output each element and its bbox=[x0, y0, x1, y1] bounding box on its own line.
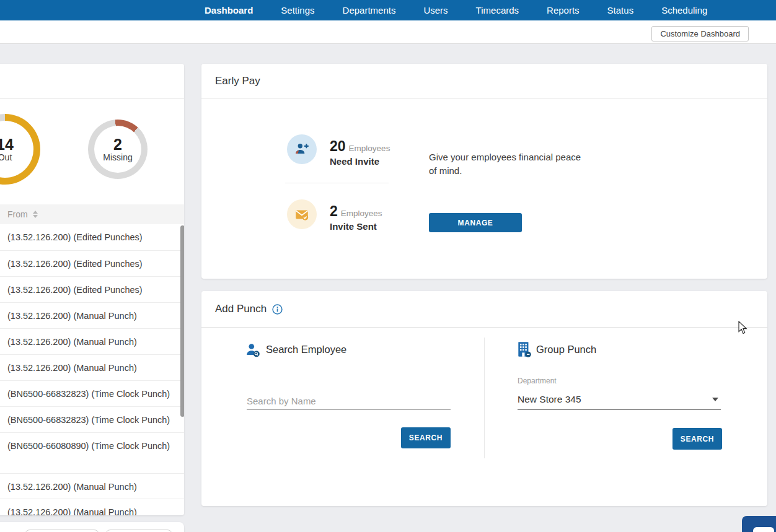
nav-item-dashboard[interactable]: Dashboard bbox=[205, 5, 253, 15]
nav-item-scheduling[interactable]: Scheduling bbox=[661, 5, 707, 15]
customize-dashboard-button[interactable]: Customize Dashboard bbox=[651, 26, 749, 41]
nav-item-timecards[interactable]: Timecards bbox=[476, 5, 519, 15]
search-by-name-input[interactable] bbox=[247, 393, 451, 410]
punch-row[interactable]: (BN6500-66080890) (Time Clock Punch) bbox=[0, 433, 184, 474]
mail-check-icon bbox=[294, 206, 310, 222]
search-employee-heading: Search Employee bbox=[266, 344, 346, 355]
department-selected-value: New Store 345 bbox=[518, 394, 581, 405]
early-pay-title: Early Pay bbox=[215, 75, 260, 87]
department-select[interactable]: New Store 345 bbox=[518, 389, 721, 410]
donut-out-value: 14 bbox=[0, 136, 14, 152]
punch-row[interactable]: (13.52.126.200) (Manual Punch) bbox=[0, 355, 184, 381]
punch-row[interactable]: (BN6500-66832823) (Time Clock Punch) bbox=[0, 407, 184, 433]
punch-row[interactable]: (13.52.126.200) (Manual Punch) bbox=[0, 474, 184, 499]
section-divider bbox=[484, 338, 485, 458]
invite-sent-label: Invite Sent bbox=[330, 221, 377, 232]
punch-list: (13.52.126.200) (Edited Punches)(13.52.1… bbox=[0, 224, 184, 515]
invite-sent-icon-circle bbox=[287, 199, 317, 229]
nav-item-reports[interactable]: Reports bbox=[547, 5, 580, 15]
nav-item-status[interactable]: Status bbox=[607, 5, 634, 15]
invite-sent-stat: 2Employees bbox=[330, 203, 382, 220]
bottom-card-button-1[interactable] bbox=[25, 530, 99, 532]
page-toolbar: Customize Dashboard bbox=[0, 20, 776, 44]
donut-missing-label: Missing bbox=[103, 152, 132, 162]
employee-search-button[interactable]: SEARCH bbox=[401, 427, 451, 448]
department-label: Department bbox=[518, 377, 557, 385]
add-punch-card: Add Punch Search Employee SEARCH Group P… bbox=[201, 291, 767, 506]
nav-item-departments[interactable]: Departments bbox=[343, 5, 396, 15]
list-scrollbar-thumb[interactable] bbox=[180, 225, 184, 417]
donut-missing-value: 2 bbox=[103, 136, 132, 152]
punch-row[interactable]: (13.52.126.200) (Manual Punch) bbox=[0, 499, 184, 515]
invite-sent-count: 2 bbox=[330, 203, 338, 219]
need-invite-stat: 20Employees bbox=[330, 138, 390, 155]
person-add-icon bbox=[294, 141, 310, 157]
punch-row[interactable]: (13.52.126.200) (Edited Punches) bbox=[0, 251, 184, 277]
stat-divider bbox=[285, 183, 389, 183]
punch-row[interactable]: (13.52.126.200) (Edited Punches) bbox=[0, 224, 184, 251]
donut-chart-out: 14 Out bbox=[0, 114, 40, 185]
attendance-card: 14 Out 2 Missing From (13.52.126.200) (E… bbox=[0, 64, 184, 515]
early-pay-card: Early Pay 20Employees Need Invite 2Emplo… bbox=[201, 64, 767, 279]
add-punch-header: Add Punch bbox=[201, 291, 767, 328]
chat-widget-button[interactable] bbox=[742, 516, 776, 532]
add-punch-title: Add Punch bbox=[215, 303, 267, 315]
group-search-button[interactable]: SEARCH bbox=[672, 428, 722, 450]
need-invite-icon-circle bbox=[287, 134, 317, 164]
donut-out-label: Out bbox=[0, 152, 14, 162]
nav-item-users[interactable]: Users bbox=[423, 5, 448, 15]
chat-widget-pill bbox=[753, 527, 774, 532]
punch-row[interactable]: (13.52.126.200) (Manual Punch) bbox=[0, 329, 184, 355]
top-navigation: DashboardSettingsDepartmentsUsersTimecar… bbox=[0, 0, 776, 20]
early-pay-promo-text: Give your employees financial peace of m… bbox=[429, 150, 589, 177]
search-employee-icon bbox=[245, 342, 262, 359]
punch-table-header: From bbox=[0, 204, 184, 224]
info-icon[interactable] bbox=[272, 304, 283, 315]
group-punch-heading: Group Punch bbox=[536, 344, 596, 355]
from-column-header: From bbox=[7, 209, 28, 219]
manage-button[interactable]: MANAGE bbox=[429, 213, 522, 232]
bottom-card-button-2[interactable] bbox=[105, 530, 172, 532]
sort-icon[interactable] bbox=[33, 211, 38, 218]
early-pay-header: Early Pay bbox=[201, 64, 767, 98]
invite-sent-unit: Employees bbox=[341, 209, 382, 218]
punch-row[interactable]: (13.52.126.200) (Edited Punches) bbox=[0, 277, 184, 303]
chevron-down-icon bbox=[712, 398, 718, 401]
donut-chart-missing: 2 Missing bbox=[88, 120, 148, 179]
need-invite-count: 20 bbox=[330, 138, 346, 154]
nav-item-settings[interactable]: Settings bbox=[281, 5, 314, 15]
need-invite-label: Need Invite bbox=[330, 156, 379, 167]
need-invite-unit: Employees bbox=[349, 144, 390, 153]
attendance-card-header bbox=[0, 64, 184, 99]
punch-row[interactable]: (BN6500-66832823) (Time Clock Punch) bbox=[0, 381, 184, 407]
group-punch-building-icon bbox=[516, 341, 532, 358]
punch-row[interactable]: (13.52.126.200) (Manual Punch) bbox=[0, 303, 184, 329]
